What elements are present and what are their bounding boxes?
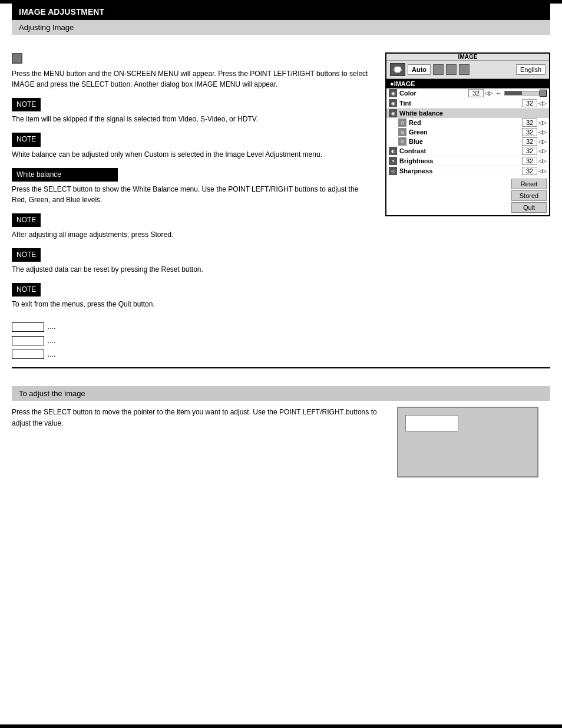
note4-label: NOTE	[12, 213, 41, 227]
bottom-border	[0, 724, 562, 728]
green-arrows[interactable]: ◁▷	[538, 130, 547, 135]
tint-arrows[interactable]: ◁▷	[538, 101, 547, 106]
menu-icon	[12, 53, 22, 64]
note2-text: White balance can be adjusted only when …	[12, 149, 373, 160]
white-inner-box	[405, 415, 458, 431]
contrast-value: 32	[522, 147, 537, 155]
contrast-arrows[interactable]: ◁▷	[538, 149, 547, 154]
blue-value: 32	[522, 137, 537, 146]
blue-icon: ⊙	[398, 137, 406, 146]
green-icon: ⊙	[398, 128, 406, 136]
reset-button[interactable]: Reset	[511, 179, 547, 189]
panel-toolbar: Auto English	[386, 61, 549, 79]
menu-row-red[interactable]: ⊙ Red 32 ◁▷	[386, 118, 549, 127]
color-icon: ◉	[389, 89, 397, 97]
section-subheader: Adjusting Image	[12, 20, 550, 35]
brightness-label: Brightness	[399, 157, 522, 164]
panel-title: IMAGE	[386, 54, 549, 61]
green-value: 32	[522, 128, 537, 136]
legend-box-stored	[12, 336, 44, 345]
note1-label: NOTE	[12, 98, 41, 111]
legend-item-stored: ....	[12, 335, 373, 347]
note2-label: NOTE	[12, 133, 41, 146]
wb-text: Press the SELECT button to show the Whit…	[12, 184, 373, 205]
red-icon: ⊙	[398, 118, 406, 127]
note4-text: After adjusting all image adjustments, p…	[12, 229, 373, 240]
gray-box	[397, 407, 538, 477]
legend-box-reset	[12, 322, 44, 332]
red-label: Red	[409, 119, 522, 126]
image-label-bar: ●IMAGE	[386, 79, 549, 88]
right-column: IMAGE Auto	[385, 52, 550, 363]
legend-dots-reset: ....	[48, 321, 55, 332]
menu-row-brightness[interactable]: ✶ Brightness 32 ◁▷	[386, 156, 549, 166]
contrast-icon: ◐	[389, 147, 397, 155]
auto-button[interactable]: Auto	[408, 64, 431, 75]
icon-row	[12, 52, 373, 64]
note1-text: The item will be skipped if the signal i…	[12, 114, 373, 124]
tint-icon: ◉	[389, 99, 397, 107]
menu-row-green[interactable]: ⊙ Green 32 ◁▷	[386, 127, 549, 137]
bottom-text: Press the SELECT button to move the poin…	[12, 407, 379, 477]
top-border	[0, 0, 562, 4]
main-content: Press the MENU button and the ON-SCREEN …	[0, 41, 562, 363]
toolbar-main-icon[interactable]	[390, 63, 405, 76]
red-arrows[interactable]: ◁▷	[538, 120, 547, 126]
wb-icon: ◉	[389, 109, 397, 117]
green-label: Green	[409, 129, 522, 136]
legend-area: .... .... ....	[12, 321, 373, 360]
note5-text: The adjusted data can be reset by pressi…	[12, 264, 373, 275]
toolbar-icon-2[interactable]	[446, 64, 457, 75]
menu-row-contrast[interactable]: ◐ Contrast 32 ◁▷	[386, 146, 549, 156]
note6-text: To exit from the menus, press the Quit b…	[12, 299, 373, 309]
bottom-section-header: To adjust the image	[12, 386, 550, 401]
bottom-content: Press the SELECT button to move the poin…	[12, 407, 550, 489]
legend-dots-quit: ....	[48, 349, 55, 360]
color-label: Color	[399, 90, 468, 97]
sharpness-icon: ◎	[389, 167, 397, 175]
color-slider-fill	[505, 91, 522, 95]
color-arrows[interactable]: ◁▷	[485, 91, 493, 96]
stored-button[interactable]: Stored	[511, 190, 547, 201]
wb-label: White balance	[12, 168, 118, 182]
red-value: 32	[522, 118, 537, 127]
arrow-pointer: ←	[495, 90, 502, 97]
brightness-icon: ✶	[389, 157, 397, 165]
toolbar-icon-3[interactable]	[459, 64, 470, 75]
wb-header-label: White balance	[399, 110, 547, 117]
left-column: Press the MENU button and the ON-SCREEN …	[12, 52, 373, 363]
bottom-right	[397, 407, 550, 477]
tint-value: 32	[522, 99, 537, 107]
sharpness-arrows[interactable]: ◁▷	[538, 169, 547, 174]
blue-label: Blue	[409, 138, 522, 145]
contrast-label: Contrast	[399, 147, 522, 154]
blue-arrows[interactable]: ◁▷	[538, 139, 547, 144]
bottom-section: To adjust the image Press the SELECT but…	[0, 386, 562, 489]
legend-dots-stored: ....	[48, 335, 55, 347]
legend-box-quit	[12, 350, 44, 359]
wb-header-row: ◉ White balance	[386, 108, 549, 118]
panel-buttons: Reset Stored Quit	[386, 176, 549, 215]
section-divider	[12, 367, 550, 368]
menu-row-tint[interactable]: ◉ Tint 32 ◁▷	[386, 98, 549, 108]
lang-button[interactable]: English	[516, 64, 546, 75]
tint-label: Tint	[399, 100, 522, 107]
sharpness-label: Sharpness	[399, 167, 522, 174]
note5-label: NOTE	[12, 248, 41, 262]
brightness-value: 32	[522, 157, 537, 165]
legend-item-quit: ....	[12, 349, 373, 360]
quit-button[interactable]: Quit	[511, 202, 547, 213]
toolbar-icon-1[interactable]	[433, 64, 444, 75]
sharpness-value: 32	[522, 167, 537, 175]
menu-row-blue[interactable]: ⊙ Blue 32 ◁▷	[386, 137, 549, 146]
image-panel: IMAGE Auto	[385, 52, 550, 216]
color-slider[interactable]	[504, 91, 540, 95]
note6-label: NOTE	[12, 283, 41, 297]
slider-end-icon	[540, 90, 547, 97]
intro-text: Press the MENU button and the ON-SCREEN …	[12, 68, 373, 90]
brightness-arrows[interactable]: ◁▷	[538, 159, 547, 164]
section-header: IMAGE ADJUSTMENT	[12, 4, 550, 20]
menu-row-color[interactable]: ◉ Color 32 ◁▷ ←	[386, 88, 549, 98]
legend-item-reset: ....	[12, 321, 373, 332]
menu-row-sharpness[interactable]: ◎ Sharpness 32 ◁▷	[386, 166, 549, 176]
